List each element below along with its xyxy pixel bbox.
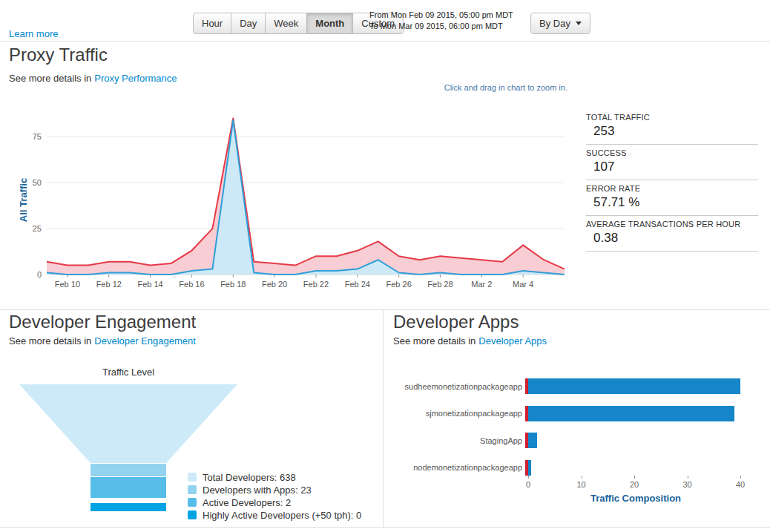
x-tick-label: 0	[517, 480, 539, 489]
stat-error-rate: ERROR RATE 57.71 %	[586, 184, 758, 216]
x-tick-mark	[528, 476, 529, 479]
svg-text:Feb 16: Feb 16	[179, 280, 204, 289]
svg-text:Feb 22: Feb 22	[303, 280, 329, 289]
funnel-legend: Total Developers: 638Developers with App…	[188, 471, 361, 522]
svg-text:Feb 14: Feb 14	[137, 280, 162, 289]
svg-text:Feb 18: Feb 18	[220, 280, 246, 289]
range-button-hour[interactable]: Hour	[193, 13, 231, 34]
svg-text:Feb 26: Feb 26	[386, 280, 412, 289]
date-range: From Mon Feb 09 2015, 05:00 pm MDT To Mo…	[369, 10, 513, 32]
stat-value: 57.71 %	[586, 195, 758, 210]
x-tick-label: 40	[729, 480, 751, 489]
traffic-bar[interactable]	[525, 460, 531, 476]
legend-label: Developers with Apps: 23	[203, 485, 312, 496]
funnel-title: Traffic Level	[13, 367, 243, 378]
proxy-performance-link[interactable]: Proxy Performance	[94, 73, 177, 84]
developer-apps-link[interactable]: Developer Apps	[478, 335, 547, 347]
bottom-divider	[0, 527, 770, 528]
svg-text:Mar 2: Mar 2	[471, 280, 492, 289]
traffic-bar-segment	[528, 433, 537, 448]
range-button-month[interactable]: Month	[306, 13, 353, 34]
proxy-traffic-title: Proxy Traffic	[9, 45, 108, 65]
svg-text:75: 75	[33, 132, 42, 141]
legend-item: Highly Active Developers (+50 tph): 0	[188, 509, 361, 521]
details-prefix: See more details in	[9, 335, 91, 347]
toolbar: Learn more Hour Day Week Month Custom Fr…	[0, 0, 770, 42]
stat-avg-tph: AVERAGE TRANSACTIONS PER HOUR 0.38	[586, 220, 758, 252]
developer-engagement-link[interactable]: Developer Engagement	[94, 335, 196, 347]
svg-text:50: 50	[33, 178, 42, 187]
legend-item: Developers with Apps: 23	[188, 484, 361, 496]
svg-text:Feb 10: Feb 10	[55, 280, 80, 289]
svg-text:0: 0	[37, 270, 42, 279]
traffic-bar[interactable]	[525, 433, 537, 448]
x-tick-label: 30	[677, 480, 699, 489]
svg-text:Feb 28: Feb 28	[427, 280, 453, 289]
date-from: From Mon Feb 09 2015, 05:00 pm MDT	[369, 10, 513, 21]
svg-text:25: 25	[33, 224, 42, 233]
date-to: To Mon Mar 09 2015, 06:00 pm MDT	[369, 21, 513, 32]
traffic-bar-segment	[528, 378, 740, 394]
apps-details-line: See more details inDeveloper Apps	[393, 335, 547, 347]
legend-swatch	[188, 498, 197, 507]
x-tick-mark	[634, 476, 635, 479]
stat-value: 253	[586, 124, 758, 139]
legend-label: Active Developers: 2	[203, 497, 291, 508]
range-button-week[interactable]: Week	[265, 13, 307, 34]
caret-down-icon	[576, 22, 582, 25]
details-prefix: See more details in	[9, 73, 91, 84]
legend-label: Highly Active Developers (+50 tph): 0	[203, 510, 361, 521]
legend-swatch	[188, 510, 197, 519]
app-bar-row: nodemonetizationpackageapp	[395, 460, 760, 476]
legend-swatch	[188, 473, 197, 482]
svg-text:Mar 4: Mar 4	[513, 280, 533, 289]
stat-label: ERROR RATE	[586, 184, 758, 193]
x-tick-mark	[688, 476, 688, 479]
details-prefix: See more details in	[393, 335, 476, 347]
stat-total-traffic: TOTAL TRAFFIC 253	[586, 113, 758, 145]
apps-bar-chart: sudheemonetizationpackageappsjmonetizati…	[395, 378, 760, 479]
developer-engagement-title: Developer Engagement	[9, 312, 196, 332]
traffic-bar[interactable]	[525, 406, 734, 421]
dashboard: Learn more Hour Day Week Month Custom Fr…	[0, 0, 770, 532]
x-tick-mark	[582, 476, 582, 479]
developer-apps-title: Developer Apps	[393, 312, 519, 332]
x-tick-label: 10	[570, 480, 593, 489]
app-name: StagingApp	[395, 436, 525, 445]
apps-x-axis-label: Traffic Composition	[528, 493, 743, 504]
app-bar-row: StagingApp	[395, 433, 760, 448]
zoom-hint: Click and drag in chart to zoom in.	[345, 83, 567, 92]
traffic-bar-segment	[528, 460, 531, 476]
range-button-day[interactable]: Day	[231, 13, 266, 34]
x-tick-label: 20	[623, 480, 645, 489]
app-bar-row: sudheemonetizationpackageapp	[395, 378, 760, 394]
proxy-details-line: See more details inProxy Performance	[9, 73, 177, 84]
x-tick-mark	[740, 476, 741, 479]
svg-text:Feb 20: Feb 20	[262, 280, 287, 289]
traffic-bar[interactable]	[525, 378, 740, 394]
granularity-label: By Day	[539, 18, 570, 29]
stat-label: AVERAGE TRANSACTIONS PER HOUR	[586, 220, 758, 229]
traffic-stats-panel: TOTAL TRAFFIC 253 SUCCESS 107 ERROR RATE…	[586, 113, 758, 255]
app-name: nodemonetizationpackageapp	[395, 463, 525, 472]
traffic-bar-segment	[528, 406, 735, 421]
proxy-traffic-chart[interactable]: 0255075Feb 10Feb 12Feb 14Feb 16Feb 18Feb…	[26, 105, 575, 297]
legend-label: Total Developers: 638	[203, 472, 296, 483]
section-divider	[0, 309, 770, 310]
app-name: sjmonetizationpackageapp	[395, 409, 525, 418]
apps-bar-axis: 010203040	[528, 476, 758, 493]
stat-label: TOTAL TRAFFIC	[586, 113, 758, 122]
legend-item: Total Developers: 638	[188, 471, 361, 483]
stat-value: 0.38	[586, 231, 758, 246]
svg-text:Feb 24: Feb 24	[345, 280, 370, 289]
stat-value: 107	[586, 160, 758, 174]
learn-more-link[interactable]: Learn more	[9, 28, 58, 39]
granularity-dropdown[interactable]: By Day	[530, 13, 590, 34]
svg-text:Feb 12: Feb 12	[96, 280, 122, 289]
stat-label: SUCCESS	[586, 148, 758, 157]
legend-swatch	[188, 485, 197, 494]
stat-success: SUCCESS 107	[586, 148, 758, 180]
app-name: sudheemonetizationpackageapp	[395, 382, 525, 391]
app-bar-row: sjmonetizationpackageapp	[395, 406, 760, 421]
engagement-details-line: See more details inDeveloper Engagement	[9, 335, 196, 347]
